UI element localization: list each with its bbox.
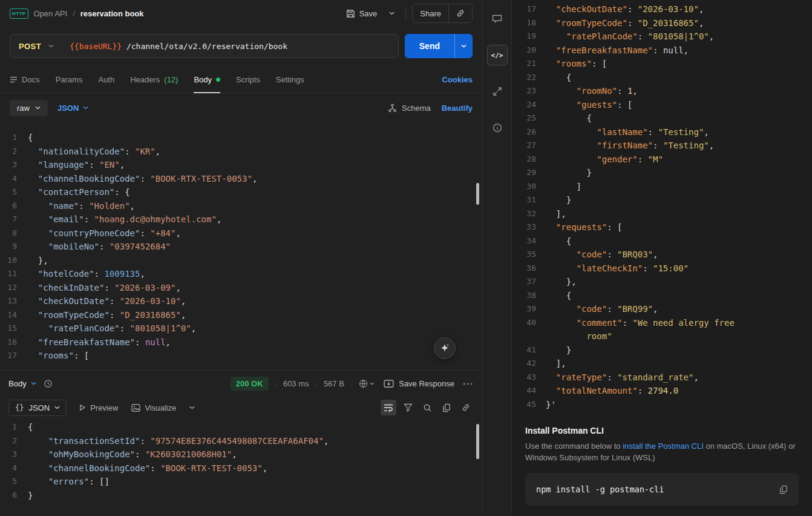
code-text: "roomTypeCode": "D_20316865",	[546, 16, 704, 30]
code-text: }	[546, 166, 592, 180]
response-format-label: JSON	[28, 403, 50, 412]
postbot-button[interactable]	[434, 337, 456, 359]
postbot-icon	[440, 343, 450, 353]
response-more-button[interactable]: ···	[463, 379, 474, 389]
tab-label: Auth	[98, 75, 114, 84]
request-body-editor[interactable]: 1{2 "nationalityCode": "KR",3 "language"…	[0, 122, 482, 370]
url-input[interactable]: {{baseURL}} /channel/ota/v2.0/reservatio…	[62, 42, 287, 51]
code-text: "comment": "We need alergy free	[546, 316, 735, 330]
code-text: "roomNo": 1,	[546, 84, 638, 98]
url-variable: {{baseURL}}	[70, 42, 122, 51]
docs-icon	[10, 76, 18, 83]
code-line: 25 {	[512, 111, 812, 125]
response-history-button[interactable]	[44, 379, 53, 388]
response-body-code: 1{2 "transactionSetId": "97574E8E376C445…	[0, 420, 482, 502]
send-options-button[interactable]	[454, 34, 473, 58]
body-format-dropdown[interactable]: raw	[10, 100, 48, 116]
visualize-tab[interactable]: Visualize	[125, 400, 182, 416]
separator-dot: ·	[275, 379, 277, 388]
copy-button[interactable]	[439, 400, 454, 415]
tab-label: Docs	[22, 75, 40, 84]
code-text: }	[546, 343, 571, 357]
send-button[interactable]: Send	[405, 34, 454, 58]
share-button[interactable]: Share	[413, 4, 448, 22]
save-options-button[interactable]	[384, 7, 399, 19]
chevron-down-icon	[370, 382, 374, 385]
code-line: 20 "freeBreakfastName": null,	[512, 44, 812, 58]
tab-body[interactable]: Body	[194, 67, 220, 93]
response-body-dropdown[interactable]: Body	[8, 379, 36, 388]
preview-tab[interactable]: Preview	[73, 400, 124, 416]
cookies-link[interactable]: Cookies	[442, 75, 473, 84]
save-button[interactable]: Save	[341, 5, 382, 22]
line-number: 33	[512, 220, 546, 234]
code-line: 38 {	[512, 289, 812, 303]
cli-copy-button[interactable]	[779, 485, 788, 494]
tab-params[interactable]: Params	[56, 67, 83, 93]
line-number: 3	[0, 158, 28, 172]
network-info-button[interactable]	[359, 379, 374, 388]
search-button[interactable]	[419, 400, 435, 415]
viewer-options-dropdown[interactable]	[183, 402, 201, 413]
code-snippet-button[interactable]: </>	[487, 45, 508, 65]
tab-auth[interactable]: Auth	[98, 67, 114, 93]
line-number	[512, 329, 546, 343]
code-line: 32 ],	[512, 207, 812, 221]
line-number: 18	[512, 16, 546, 30]
related-requests-button[interactable]	[487, 81, 508, 102]
scrollbar-thumb[interactable]	[476, 183, 479, 205]
code-text: room"	[546, 329, 612, 343]
line-number: 40	[512, 316, 546, 330]
method-dropdown[interactable]: POST	[10, 35, 62, 58]
separator-dot: ·	[350, 379, 353, 388]
code-line: 26 "lastName": "Testing",	[512, 125, 812, 139]
filter-button[interactable]	[400, 400, 416, 415]
cli-install-link[interactable]: install the Postman CLI	[623, 442, 704, 451]
language-dropdown[interactable]: JSON	[57, 104, 88, 113]
scrollbar-thumb[interactable]	[476, 424, 479, 459]
preview-icon	[79, 404, 86, 411]
line-number: 2	[0, 145, 28, 159]
breadcrumb-separator: /	[73, 9, 75, 18]
line-number: 34	[512, 234, 546, 248]
tab-settings[interactable]: Settings	[276, 67, 304, 93]
tab-docs[interactable]: Docs	[10, 67, 40, 93]
chevron-down-icon	[35, 106, 41, 110]
line-number: 29	[512, 166, 546, 180]
line-number: 8	[0, 227, 28, 240]
code-line: 45}'	[512, 398, 812, 412]
code-text: "contactPerson": {	[28, 185, 130, 199]
breadcrumb-collection[interactable]: Open API	[34, 9, 68, 18]
code-text: "checkInDate": "2026-03-09",	[28, 281, 181, 295]
snippet-viewer[interactable]: 17 "checkOutDate": "2026-03-10",18 "room…	[512, 0, 812, 411]
code-line: 3 "language": "EN",	[0, 158, 482, 172]
code-text: "guests": [	[546, 98, 632, 112]
chevron-down-icon	[189, 406, 195, 409]
chevron-down-icon	[31, 382, 36, 385]
request-tabs: DocsParamsAuthHeaders(12)BodyScriptsSett…	[10, 67, 304, 93]
info-button[interactable]	[487, 117, 508, 138]
code-line: 42 ],	[512, 357, 812, 371]
code-text: },	[28, 254, 48, 268]
link-button[interactable]	[458, 400, 474, 415]
line-number: 20	[512, 44, 546, 58]
tab-label: Headers	[130, 75, 160, 84]
response-body-viewer[interactable]: 1{2 "transactionSetId": "97574E8E376C445…	[0, 419, 482, 516]
copy-link-button[interactable]	[449, 4, 472, 22]
beautify-button[interactable]: Beautify	[442, 104, 473, 113]
code-line: 43 "rateType": "standard_rate",	[512, 371, 812, 385]
tab-label: Params	[56, 75, 83, 84]
wrap-text-button[interactable]	[381, 400, 396, 415]
schema-toggle[interactable]: Schema	[388, 104, 431, 113]
line-number: 5	[0, 475, 28, 489]
tab-scripts[interactable]: Scripts	[236, 67, 260, 93]
response-format-dropdown[interactable]: {} JSON	[8, 400, 67, 416]
url-input-box: POST {{baseURL}} /channel/ota/v2.0/reser…	[10, 34, 399, 58]
code-line: 3 "ohMyBookingCode": "K26030210068H01",	[0, 448, 482, 461]
comments-button[interactable]	[487, 8, 508, 29]
related-requests-icon	[493, 87, 502, 96]
code-text: "countryPhoneCode": "+84",	[28, 227, 181, 240]
code-line: 27 "firstName": "Testing",	[512, 139, 812, 153]
tab-headers[interactable]: Headers(12)	[130, 67, 178, 93]
save-response-button[interactable]: Save Response	[384, 379, 454, 388]
